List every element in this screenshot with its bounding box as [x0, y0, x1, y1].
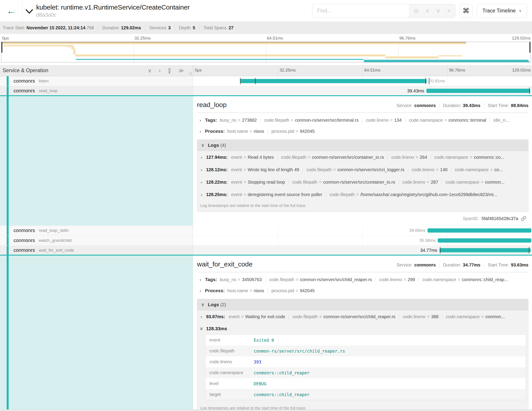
- span-operation-name: listen: [39, 78, 48, 83]
- span-name-cell[interactable]: conmonrswait_for_exit_code: [0, 245, 193, 255]
- span-duration-bar[interactable]: [439, 248, 531, 252]
- clear-icon[interactable]: ×: [447, 7, 450, 14]
- log-field-row: levelDEBUG: [205, 378, 526, 389]
- log-field-row: code.namespaceconmonrs::child_reaper: [205, 367, 526, 378]
- chevron-right-icon: ›: [198, 117, 202, 123]
- service-operation-header: Service & Operation ∨ › ∨∨ ≫: [0, 65, 193, 76]
- log-field-value: Exited 0: [250, 335, 526, 346]
- log-fields-table: eventExited 0code.filepathconmon-rs/serv…: [205, 334, 526, 400]
- log-entry[interactable]: ›127.94ms:event=Read 4 bytescode.filepat…: [197, 151, 528, 163]
- span-operation-name: read_loop_stdin: [39, 228, 69, 233]
- tags-row[interactable]: › Tags: busy_ns=34506763code.filepath=co…: [197, 274, 528, 285]
- start-time-label: Start Time:: [488, 263, 509, 268]
- span-timeline-cell[interactable]: 70.91ms: [193, 76, 532, 86]
- span-timeline-cell[interactable]: 39.43ms: [193, 86, 532, 95]
- field-key: busy_ns: [220, 277, 236, 282]
- log-field-key: code.filepath: [205, 345, 250, 356]
- field-separator: [265, 277, 266, 282]
- expand-collapse-controls: ∨ › ∨∨ ≫: [148, 68, 193, 73]
- span-row[interactable]: conmonrsread_loop_stdin39.69ms: [0, 225, 532, 235]
- tags-row[interactable]: › Tags: busy_ns=273882code.filepath=conm…: [197, 115, 528, 126]
- field-value: nixos: [254, 129, 264, 134]
- service-label: Service:: [397, 103, 412, 108]
- chevron-up-icon[interactable]: ∧: [425, 7, 429, 14]
- field-key: code.namespace: [434, 155, 468, 160]
- expand-one-icon[interactable]: ›: [159, 68, 161, 73]
- minimap-span-bar: [439, 55, 462, 56]
- span-service-name: conmonrs: [14, 228, 35, 233]
- equals-sign: =: [244, 155, 246, 160]
- equals-sign: =: [470, 155, 473, 160]
- span-row[interactable]: conmonrsread_loop39.43ms: [0, 86, 532, 96]
- timeline-tick-label: 32.25ms: [280, 68, 296, 73]
- span-name-cell[interactable]: conmonrsread_loop_stdin: [0, 225, 193, 235]
- field-separator: [289, 314, 289, 319]
- field-separator: [326, 192, 326, 197]
- field-value: conmon-rs/server/src/cri_logger.rs: [337, 167, 404, 172]
- log-entry[interactable]: ›93.87ms:event=Waiting for exit codecode…: [197, 310, 528, 323]
- process-row[interactable]: › Process: host.name=nixosprocess.pid=94…: [197, 126, 528, 137]
- divider: [484, 103, 484, 108]
- equals-sign: =: [458, 277, 460, 282]
- logs-header[interactable]: ∨ Logs (2): [197, 299, 528, 310]
- span-timeline-cell[interactable]: 39.69ms: [193, 225, 532, 235]
- span-duration-bar[interactable]: [438, 238, 531, 243]
- find-controls: ◎ ∧ ∨ ×: [409, 4, 455, 18]
- span-timeline-cell[interactable]: 34.77ms: [193, 245, 532, 255]
- field-key: idle_n...: [494, 118, 509, 123]
- span-name-cell[interactable]: conmonrslisten: [0, 76, 193, 86]
- field-value: 388: [431, 314, 438, 319]
- span-name-cell[interactable]: conmonrsread_loop: [0, 86, 193, 95]
- field-value: conmon...: [485, 314, 505, 319]
- chevron-down-icon: ∨: [519, 9, 522, 13]
- keyboard-shortcuts-button[interactable]: ⌘: [460, 4, 473, 18]
- collapse-all-icon[interactable]: ∨∨: [168, 68, 171, 73]
- span-duration-bar[interactable]: [428, 228, 531, 233]
- collapse-one-icon[interactable]: ∨: [148, 68, 152, 73]
- viewport-scrubber-right[interactable]: [529, 42, 531, 53]
- equals-sign: =: [308, 155, 311, 160]
- log-entry[interactable]: ›128.22ms:event=Stopping read loopcode.f…: [197, 176, 528, 188]
- log-field-row: code.lineno393: [205, 356, 526, 367]
- copy-link-icon[interactable]: [521, 216, 526, 221]
- divider: [175, 25, 175, 31]
- log-entry[interactable]: ›128.25ms:event=deregistering event sour…: [197, 188, 528, 201]
- view-selector-button[interactable]: Trace Timeline ∨: [477, 4, 527, 18]
- process-row[interactable]: › Process: host.name=nixosprocess.pid=94…: [197, 285, 528, 296]
- logs-header[interactable]: ∨ Logs (4): [197, 140, 528, 151]
- horizontal-scrollbar-track[interactable]: [0, 410, 532, 411]
- back-button[interactable]: ←: [0, 0, 22, 21]
- span-row[interactable]: conmonrswait_for_exit_code34.77ms: [0, 245, 532, 255]
- target-icon[interactable]: ◎: [414, 7, 419, 14]
- timeline-gridline: [447, 65, 447, 76]
- column-resizer[interactable]: [190, 72, 191, 75]
- minimap-tick-label: 96.76ms: [399, 36, 416, 41]
- span-duration-bar[interactable]: [240, 79, 426, 83]
- timeline-tick-label: 64.51ms: [364, 68, 380, 73]
- expand-all-icon[interactable]: ≫: [178, 68, 184, 73]
- trace-start-label: Trace Start: [3, 25, 24, 30]
- chevron-right-icon: ›: [200, 192, 203, 197]
- span-row[interactable]: conmonrslisten70.91ms: [0, 76, 532, 86]
- timeline-gridline: [362, 235, 363, 245]
- find-input[interactable]: [312, 4, 409, 18]
- field-key: code.filepath: [264, 118, 289, 123]
- process-label: Process:: [205, 288, 225, 293]
- chevron-down-icon: ∨: [200, 326, 203, 331]
- minimap-span-bar: [67, 46, 71, 47]
- minimap-canvas[interactable]: [1, 42, 531, 62]
- span-detail-title: wait_for_exit_code: [197, 260, 252, 268]
- span-timeline-cell[interactable]: 35.58ms: [193, 235, 532, 245]
- field-separator: [288, 179, 289, 185]
- chevron-down-icon[interactable]: ∨: [436, 7, 440, 14]
- command-icon: ⌘: [463, 7, 469, 15]
- viewport-scrubber-left[interactable]: [1, 42, 2, 53]
- log-entry-header[interactable]: ∨128.33ms: [200, 324, 526, 334]
- field-value: co...: [494, 167, 503, 172]
- collapse-trace-header-icon[interactable]: [26, 9, 33, 15]
- span-duration-bar[interactable]: [426, 88, 530, 93]
- span-row[interactable]: conmonrswatch_grandchild35.58ms: [0, 235, 532, 245]
- field-value: Stopping read loop: [247, 180, 285, 185]
- span-name-cell[interactable]: conmonrswatch_grandchild: [0, 235, 193, 245]
- log-entry[interactable]: ›128.12ms:event=Wrote log line of length…: [197, 163, 528, 176]
